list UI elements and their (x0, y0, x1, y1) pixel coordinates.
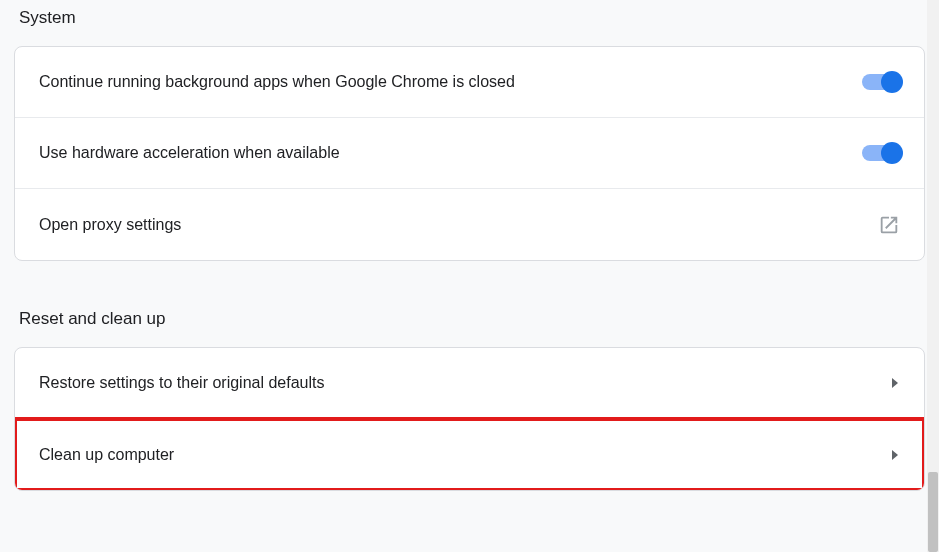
reset-card: Restore settings to their original defau… (14, 347, 925, 491)
external-link-icon (878, 214, 900, 236)
row-label: Restore settings to their original defau… (39, 374, 324, 392)
row-label: Use hardware acceleration when available (39, 144, 340, 162)
row-clean-up-computer[interactable]: Clean up computer (15, 419, 924, 490)
section-title-reset: Reset and clean up (14, 301, 925, 347)
row-hardware-acceleration[interactable]: Use hardware acceleration when available (15, 118, 924, 189)
section-title-system: System (14, 0, 925, 46)
scrollbar-thumb[interactable] (928, 472, 938, 552)
scrollbar-track[interactable] (927, 0, 939, 552)
chevron-right-icon (890, 378, 900, 388)
toggle-background-apps[interactable] (862, 74, 900, 90)
row-proxy-settings[interactable]: Open proxy settings (15, 189, 924, 260)
toggle-hardware-acceleration[interactable] (862, 145, 900, 161)
row-label: Continue running background apps when Go… (39, 73, 515, 91)
row-restore-defaults[interactable]: Restore settings to their original defau… (15, 348, 924, 419)
row-background-apps[interactable]: Continue running background apps when Go… (15, 47, 924, 118)
system-card: Continue running background apps when Go… (14, 46, 925, 261)
row-label: Clean up computer (39, 446, 174, 464)
row-label: Open proxy settings (39, 216, 181, 234)
chevron-right-icon (890, 450, 900, 460)
